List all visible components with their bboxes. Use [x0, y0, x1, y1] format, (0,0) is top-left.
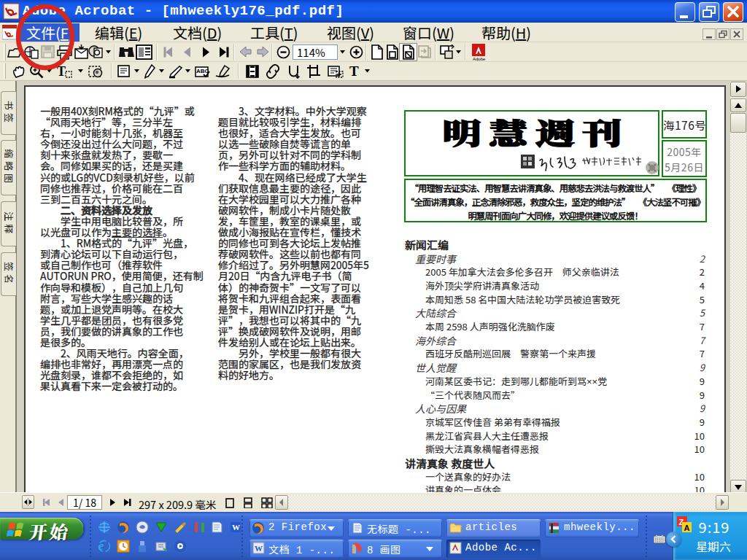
svg-text:Adobe: Adobe — [473, 57, 486, 61]
svg-text:W: W — [232, 523, 240, 532]
svg-text:ABC: ABC — [196, 68, 209, 74]
svg-text:W: W — [255, 544, 263, 553]
svg-text:T: T — [349, 64, 359, 79]
